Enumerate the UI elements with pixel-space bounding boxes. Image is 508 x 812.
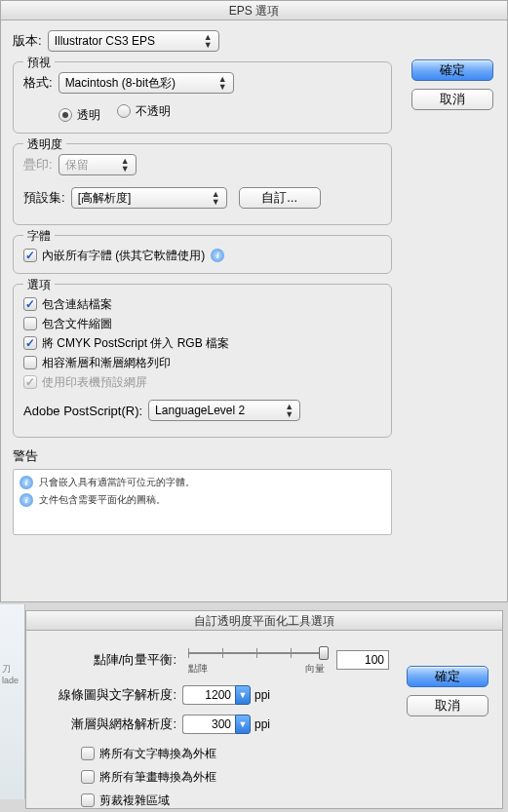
gradient-checkbox[interactable]: 相容漸層和漸層網格列印 bbox=[23, 353, 368, 372]
warning-1: 只會嵌入具有適當許可位元的字體。 bbox=[39, 476, 195, 489]
ok-button[interactable]: 確定 bbox=[411, 59, 493, 81]
checkbox-icon: ✓ bbox=[23, 336, 37, 350]
overprint-value: 保留 bbox=[65, 157, 89, 174]
dialog-content: 版本: Illustrator CS3 EPS ▲▼ 確定 取消 預視 格式: … bbox=[1, 20, 507, 555]
warning-line: i 文件包含需要平面化的圖稿。 bbox=[20, 493, 385, 507]
dialog-content: 確定 取消 點陣/向量平衡: 點陣 向量 100 bbox=[26, 631, 502, 812]
fonts-group: 字體 ✓ 內嵌所有字體 (供其它軟體使用) i bbox=[13, 235, 392, 274]
unit-label: ppi bbox=[254, 688, 270, 702]
info-icon: i bbox=[20, 493, 33, 507]
radio-opaque-label: 不透明 bbox=[136, 103, 171, 120]
flatten-checks: 將所有文字轉換為外框 將所有筆畫轉換為外框 剪裁複雜區域 bbox=[81, 744, 488, 810]
cancel-button[interactable]: 取消 bbox=[411, 89, 493, 110]
balance-input[interactable]: 100 bbox=[336, 650, 389, 670]
dropdown-icon[interactable]: ▼ bbox=[235, 685, 251, 705]
warning-2: 文件包含需要平面化的圖稿。 bbox=[39, 493, 166, 507]
transparency-group: 透明度 疊印: 保留 ▲▼ 預設集: [高解析度] ▲▼ 自訂... bbox=[13, 143, 392, 225]
preview-legend: 預視 bbox=[23, 55, 55, 71]
options-legend: 選項 bbox=[23, 277, 55, 293]
cancel-button[interactable]: 取消 bbox=[407, 695, 488, 716]
printer-screens-label: 使用印表機預設網屏 bbox=[42, 374, 147, 391]
linked-files-checkbox[interactable]: ✓ 包含連結檔案 bbox=[23, 294, 368, 314]
grad-res-combo[interactable]: 300 ▼ bbox=[182, 715, 251, 734]
side-buttons: 確定 取消 bbox=[407, 666, 488, 716]
thumbnail-checkbox[interactable]: 包含文件縮圖 bbox=[23, 314, 368, 333]
postscript-select[interactable]: LanguageLevel 2 ▲▼ bbox=[148, 400, 300, 421]
custom-button[interactable]: 自訂... bbox=[239, 187, 321, 209]
strokes-to-outlines-label: 將所有筆畫轉換為外框 bbox=[99, 769, 216, 786]
preset-select[interactable]: [高解析度] ▲▼ bbox=[71, 187, 227, 209]
radio-opaque[interactable]: 不透明 bbox=[117, 101, 171, 121]
text-to-outlines-label: 將所有文字轉換為外框 bbox=[99, 746, 216, 762]
checkbox-icon: ✓ bbox=[23, 249, 37, 262]
info-icon: i bbox=[20, 476, 33, 489]
slider-right-tag: 向量 bbox=[305, 662, 325, 676]
grad-res-label: 漸層與網格解析度: bbox=[40, 715, 176, 733]
checkbox-icon bbox=[23, 317, 37, 330]
gradient-label: 相容漸層和漸層網格列印 bbox=[42, 355, 171, 371]
radio-transparent[interactable]: 透明 bbox=[59, 105, 100, 125]
thumbnail-label: 包含文件縮圖 bbox=[42, 316, 112, 332]
cmyk-checkbox[interactable]: ✓ 將 CMYK PostScript 併入 RGB 檔案 bbox=[23, 333, 368, 353]
checkbox-icon: ✓ bbox=[23, 375, 37, 389]
grad-res-row: 漸層與網格解析度: 300 ▼ ppi bbox=[40, 715, 488, 734]
unit-label: ppi bbox=[254, 717, 270, 731]
background-panel: 刀 lade bbox=[0, 604, 25, 799]
info-icon[interactable]: i bbox=[211, 249, 224, 262]
transparency-legend: 透明度 bbox=[23, 136, 66, 153]
radio-transparent-label: 透明 bbox=[77, 107, 100, 124]
options-group: 選項 ✓ 包含連結檔案 包含文件縮圖 ✓ 將 CMYK PostScript 併… bbox=[13, 284, 392, 438]
fonts-legend: 字體 bbox=[23, 228, 55, 245]
line-res-combo[interactable]: 1200 ▼ bbox=[182, 685, 251, 705]
checkbox-icon bbox=[81, 747, 95, 760]
eps-options-dialog: EPS 選項 版本: Illustrator CS3 EPS ▲▼ 確定 取消 … bbox=[0, 0, 508, 602]
overprint-label: 疊印: bbox=[23, 156, 53, 174]
checkbox-icon bbox=[81, 770, 95, 784]
checkbox-icon bbox=[23, 356, 37, 369]
preview-group: 預視 格式: Macintosh (8-bit色彩) ▲▼ 透明 不透明 bbox=[13, 61, 392, 134]
balance-label: 點陣/向量平衡: bbox=[40, 651, 176, 669]
version-value: Illustrator CS3 EPS bbox=[55, 34, 155, 48]
preset-label: 預設集: bbox=[23, 189, 65, 207]
printer-screens-checkbox: ✓ 使用印表機預設網屏 bbox=[23, 372, 368, 392]
preset-value: [高解析度] bbox=[78, 190, 132, 207]
side-buttons: 確定 取消 bbox=[411, 59, 493, 110]
text-to-outlines-checkbox[interactable]: 將所有文字轉換為外框 bbox=[81, 744, 475, 763]
radio-icon bbox=[117, 104, 131, 118]
format-select[interactable]: Macintosh (8-bit色彩) ▲▼ bbox=[59, 72, 234, 94]
chevron-updown-icon: ▲▼ bbox=[212, 190, 220, 206]
grad-res-input[interactable]: 300 bbox=[182, 715, 235, 734]
warnings-section: 警告 i 只會嵌入具有適當許可位元的字體。 i 文件包含需要平面化的圖稿。 bbox=[13, 447, 392, 535]
overprint-select: 保留 ▲▼ bbox=[59, 154, 137, 175]
checkbox-icon: ✓ bbox=[23, 297, 37, 311]
postscript-value: LanguageLevel 2 bbox=[155, 404, 245, 417]
balance-slider[interactable] bbox=[188, 644, 325, 662]
dialog-title: EPS 選項 bbox=[1, 1, 507, 20]
strokes-to-outlines-checkbox[interactable]: 將所有筆畫轉換為外框 bbox=[81, 767, 475, 787]
version-row: 版本: Illustrator CS3 EPS ▲▼ bbox=[13, 30, 495, 52]
slider-thumb-icon[interactable] bbox=[319, 646, 329, 660]
embed-fonts-checkbox[interactable]: ✓ 內嵌所有字體 (供其它軟體使用) i bbox=[23, 246, 224, 265]
ok-button[interactable]: 確定 bbox=[407, 666, 488, 687]
embed-fonts-label: 內嵌所有字體 (供其它軟體使用) bbox=[42, 248, 205, 264]
warnings-label: 警告 bbox=[13, 447, 386, 465]
chevron-updown-icon: ▲▼ bbox=[285, 403, 293, 418]
format-value: Macintosh (8-bit色彩) bbox=[65, 75, 176, 92]
line-res-input[interactable]: 1200 bbox=[182, 685, 235, 705]
version-label: 版本: bbox=[13, 32, 42, 50]
chevron-updown-icon: ▲▼ bbox=[121, 157, 130, 173]
dropdown-icon[interactable]: ▼ bbox=[235, 715, 251, 734]
slider-left-tag: 點陣 bbox=[188, 662, 208, 676]
line-res-label: 線條圖與文字解析度: bbox=[40, 686, 176, 704]
warnings-box: i 只會嵌入具有適當許可位元的字體。 i 文件包含需要平面化的圖稿。 bbox=[13, 469, 392, 535]
clip-complex-label: 剪裁複雜區域 bbox=[99, 793, 170, 809]
radio-icon bbox=[59, 108, 72, 122]
clip-complex-checkbox[interactable]: 剪裁複雜區域 bbox=[81, 791, 475, 810]
version-select[interactable]: Illustrator CS3 EPS ▲▼ bbox=[48, 30, 219, 52]
dialog-title: 自訂透明度平面化工具選項 bbox=[26, 611, 502, 631]
chevron-updown-icon: ▲▼ bbox=[204, 33, 213, 49]
chevron-updown-icon: ▲▼ bbox=[218, 75, 227, 91]
flattener-options-dialog: 自訂透明度平面化工具選項 確定 取消 點陣/向量平衡: 點陣 bbox=[25, 610, 503, 809]
cmyk-label: 將 CMYK PostScript 併入 RGB 檔案 bbox=[42, 335, 229, 352]
linked-files-label: 包含連結檔案 bbox=[42, 296, 112, 313]
